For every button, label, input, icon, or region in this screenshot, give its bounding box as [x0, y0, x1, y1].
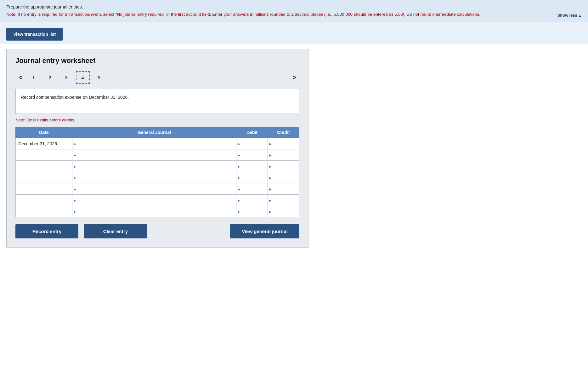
tab-prev-arrow[interactable]: <: [15, 73, 25, 82]
general-journal-cell-3[interactable]: [72, 172, 236, 183]
debit-cell-3[interactable]: [236, 172, 268, 183]
general-journal-input-2[interactable]: [72, 161, 236, 172]
tab-5[interactable]: 5: [92, 71, 106, 84]
general-journal-input-0[interactable]: [72, 138, 236, 149]
general-journal-column-header: General Journal: [72, 127, 236, 138]
credit-cell-4[interactable]: [268, 183, 299, 195]
record-entry-button[interactable]: Record entry: [15, 224, 78, 238]
credit-cell-2[interactable]: [268, 161, 299, 172]
credit-input-1[interactable]: [268, 149, 299, 160]
credit-input-5[interactable]: [268, 195, 299, 206]
general-journal-cell-2[interactable]: [72, 161, 236, 172]
credit-column-header: Credit: [268, 127, 299, 138]
debit-cell-6[interactable]: [236, 206, 268, 217]
debit-cell-4[interactable]: [236, 183, 268, 195]
table-row: [16, 195, 299, 206]
credit-input-2[interactable]: [268, 161, 299, 172]
tab-2[interactable]: 2: [43, 71, 57, 84]
general-journal-cell-0[interactable]: [72, 138, 236, 149]
credit-cell-1[interactable]: [268, 149, 299, 161]
date-cell-5: [16, 195, 72, 206]
date-cell-1: [16, 149, 72, 161]
credit-cell-6[interactable]: [268, 206, 299, 217]
tab-3[interactable]: 3: [59, 71, 73, 84]
date-cell-3: [16, 172, 72, 183]
general-journal-input-4[interactable]: [72, 183, 236, 194]
debit-cell-0[interactable]: [236, 138, 268, 149]
credit-cell-0[interactable]: [268, 138, 299, 149]
instruction-title: Prepare the appropriate journal entries.: [6, 4, 582, 9]
worksheet-container: Journal entry worksheet < 1 2 3 4 5 > Re…: [6, 49, 308, 248]
description-box: Record compensation expense on December …: [15, 89, 299, 114]
general-journal-cell-1[interactable]: [72, 149, 236, 161]
table-header-row: Date General Journal Debit Credit: [16, 127, 299, 138]
transaction-list-area: View transaction list: [0, 22, 588, 44]
date-cell-4: [16, 183, 72, 195]
tab-next-arrow[interactable]: >: [289, 73, 299, 82]
credit-input-3[interactable]: [268, 172, 299, 183]
view-general-journal-button[interactable]: View general journal: [230, 224, 299, 238]
debit-input-1[interactable]: [236, 149, 268, 160]
general-journal-cell-6[interactable]: [72, 206, 236, 217]
credit-input-6[interactable]: [268, 206, 299, 217]
table-row: [16, 206, 299, 217]
general-journal-cell-4[interactable]: [72, 183, 236, 195]
table-row: December 31, 2026: [16, 138, 299, 149]
credit-cell-5[interactable]: [268, 195, 299, 206]
debit-input-6[interactable]: [236, 206, 268, 217]
description-text: Record compensation expense on December …: [21, 95, 129, 100]
credit-cell-3[interactable]: [268, 172, 299, 183]
debit-column-header: Debit: [236, 127, 268, 138]
bottom-buttons-area: Record entry Clear entry View general jo…: [15, 224, 299, 238]
instruction-note: Note: If no entry is required for a tran…: [6, 11, 582, 18]
view-transaction-list-button[interactable]: View transaction list: [6, 28, 63, 41]
debit-cell-2[interactable]: [236, 161, 268, 172]
debit-input-0[interactable]: [236, 138, 268, 149]
date-column-header: Date: [16, 127, 72, 138]
debit-input-3[interactable]: [236, 172, 268, 183]
general-journal-input-3[interactable]: [72, 172, 236, 183]
table-row: [16, 149, 299, 161]
date-cell-6: [16, 206, 72, 217]
debit-input-4[interactable]: [236, 183, 268, 194]
general-journal-input-6[interactable]: [72, 206, 236, 217]
debits-before-credits-note: Note: Enter debits before credits.: [15, 118, 299, 122]
tab-4[interactable]: 4: [76, 71, 90, 84]
credit-input-0[interactable]: [268, 138, 299, 149]
debit-input-5[interactable]: [236, 195, 268, 206]
debit-cell-5[interactable]: [236, 195, 268, 206]
table-row: [16, 161, 299, 172]
general-journal-cell-5[interactable]: [72, 195, 236, 206]
debit-cell-1[interactable]: [236, 149, 268, 161]
clear-entry-button[interactable]: Clear entry: [84, 224, 147, 238]
tab-1[interactable]: 1: [27, 71, 41, 84]
tab-navigation: < 1 2 3 4 5 >: [15, 71, 299, 84]
show-less-button[interactable]: Show less: [557, 13, 582, 18]
credit-input-4[interactable]: [268, 183, 299, 194]
general-journal-input-5[interactable]: [72, 195, 236, 206]
general-journal-input-1[interactable]: [72, 149, 236, 160]
table-row: [16, 183, 299, 195]
worksheet-title: Journal entry worksheet: [15, 57, 299, 65]
date-cell-0: December 31, 2026: [16, 138, 72, 149]
date-cell-2: [16, 161, 72, 172]
debit-input-2[interactable]: [236, 161, 268, 172]
journal-table: Date General Journal Debit Credit Decemb…: [15, 127, 299, 217]
instruction-banner: Prepare the appropriate journal entries.…: [0, 0, 588, 22]
table-row: [16, 172, 299, 183]
